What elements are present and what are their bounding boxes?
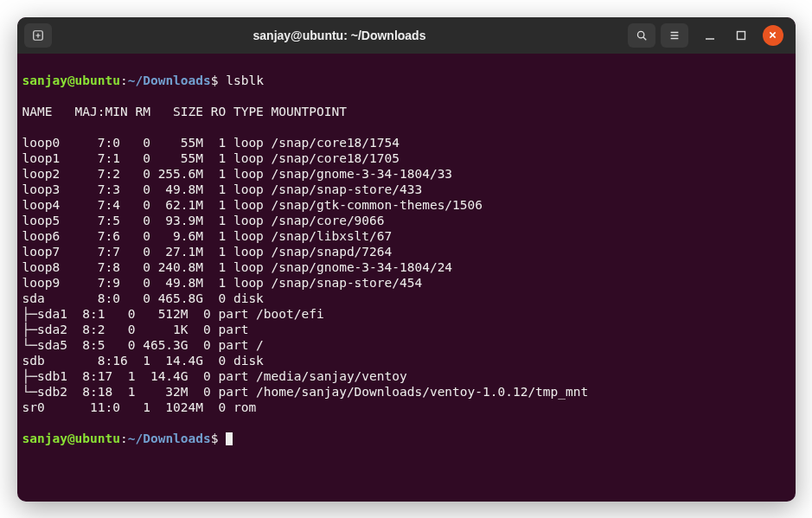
search-button[interactable]: [628, 23, 655, 48]
lsblk-row: ├─sda2 8:2 0 1K 0 part: [22, 322, 790, 337]
lsblk-row: loop2 7:2 0 255.6M 1 loop /snap/gnome-3-…: [22, 166, 790, 182]
new-tab-button[interactable]: [24, 23, 52, 48]
command-text: lsblk: [226, 74, 264, 87]
lsblk-row: loop5 7:5 0 93.9M 1 loop /snap/core/9066: [22, 213, 790, 228]
titlebar: sanjay@ubuntu: ~/Downloads: [17, 17, 796, 54]
lsblk-row: loop1 7:1 0 55M 1 loop /snap/core18/1705: [22, 150, 790, 166]
maximize-button[interactable]: [732, 26, 751, 45]
menu-button[interactable]: [661, 23, 688, 48]
prompt-line-1: sanjay@ubuntu:~/Downloads$ lsblk: [22, 73, 790, 88]
window-controls: [700, 25, 783, 46]
lsblk-header: NAME MAJ:MIN RM SIZE RO TYPE MOUNTPOINT: [22, 104, 790, 119]
lsblk-row: sr0 11:0 1 1024M 0 rom: [22, 400, 790, 415]
lsblk-row: loop8 7:8 0 240.8M 1 loop /snap/gnome-3-…: [22, 259, 790, 275]
lsblk-row: └─sda5 8:5 0 465.3G 0 part /: [22, 337, 790, 353]
lsblk-row: loop7 7:7 0 27.1M 1 loop /snap/snapd/726…: [22, 244, 790, 259]
prompt-path: ~/Downloads: [128, 74, 211, 87]
lsblk-row: loop9 7:9 0 49.8M 1 loop /snap/snap-stor…: [22, 275, 790, 291]
lsblk-row: loop4 7:4 0 62.1M 1 loop /snap/gtk-commo…: [22, 197, 790, 213]
close-button[interactable]: [763, 25, 783, 46]
prompt-line-2: sanjay@ubuntu:~/Downloads$: [22, 431, 790, 446]
terminal-window: sanjay@ubuntu: ~/Downloads sanjay@ubuntu…: [17, 17, 796, 502]
window-title: sanjay@ubuntu: ~/Downloads: [57, 29, 623, 42]
svg-line-4: [643, 36, 645, 39]
lsblk-row: loop3 7:3 0 49.8M 1 loop /snap/snap-stor…: [22, 182, 790, 197]
svg-point-3: [637, 31, 643, 37]
minimize-button[interactable]: [700, 26, 719, 45]
svg-rect-9: [737, 31, 745, 39]
lsblk-row: loop0 7:0 0 55M 1 loop /snap/core18/1754: [22, 135, 790, 150]
lsblk-rows: loop0 7:0 0 55M 1 loop /snap/core18/1754…: [22, 135, 790, 415]
terminal-content[interactable]: sanjay@ubuntu:~/Downloads$ lsblk NAME MA…: [17, 54, 796, 502]
lsblk-row: sda 8:0 0 465.8G 0 disk: [22, 291, 790, 306]
prompt-user: sanjay@ubuntu: [22, 74, 121, 87]
lsblk-row: loop6 7:6 0 9.6M 1 loop /snap/libxslt/67: [22, 228, 790, 244]
lsblk-row: ├─sda1 8:1 0 512M 0 part /boot/efi: [22, 306, 790, 322]
lsblk-row: └─sdb2 8:18 1 32M 0 part /home/sanjay/Do…: [22, 384, 790, 400]
lsblk-row: ├─sdb1 8:17 1 14.4G 0 part /media/sanjay…: [22, 368, 790, 384]
lsblk-row: sdb 8:16 1 14.4G 0 disk: [22, 353, 790, 368]
cursor: [226, 432, 233, 445]
